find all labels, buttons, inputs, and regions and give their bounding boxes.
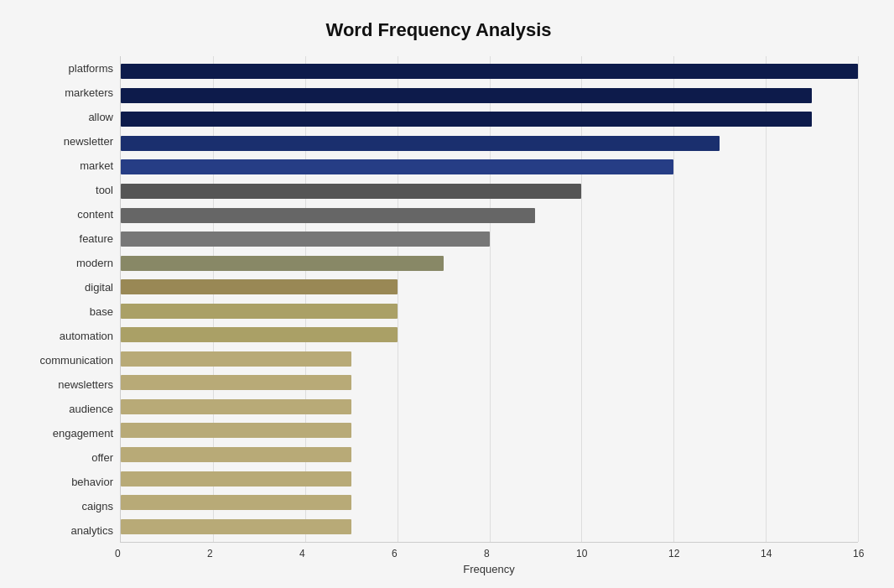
bar-row [121, 183, 858, 200]
bar [121, 423, 351, 438]
y-label: digital [19, 282, 113, 293]
bar [121, 279, 398, 294]
y-label: offer [19, 452, 113, 463]
y-label: engagement [19, 428, 113, 439]
x-tick-label: 4 [299, 548, 305, 559]
bar-row [121, 135, 858, 152]
x-tick-label: 12 [668, 548, 679, 559]
chart-title: Word Frequency Analysis [19, 19, 858, 41]
bar-row [121, 63, 858, 80]
bar-row [121, 422, 858, 439]
bar [121, 399, 351, 414]
bar [121, 351, 351, 367]
x-tick-label: 8 [484, 548, 490, 559]
y-label: tool [19, 185, 113, 195]
bar-row [121, 255, 858, 272]
x-tick-label: 6 [392, 548, 398, 559]
bar [121, 184, 581, 199]
y-label: market [19, 160, 113, 171]
bar-row [121, 303, 858, 320]
bar-row [121, 518, 858, 535]
y-label: analytics [19, 525, 113, 536]
bar-row [121, 278, 858, 295]
y-label: caigns [19, 501, 113, 512]
y-label: allow [19, 112, 113, 122]
bar [121, 375, 351, 390]
bar [121, 256, 444, 271]
y-label: marketers [19, 87, 113, 98]
bar-row [121, 494, 858, 511]
bar [121, 208, 535, 223]
bar [121, 447, 351, 462]
y-label: platforms [19, 63, 113, 74]
chart-area: platformsmarketersallownewslettermarkett… [19, 56, 858, 543]
bar [121, 495, 351, 510]
x-tick-label: 2 [207, 548, 213, 559]
x-tick-label: 14 [761, 548, 772, 559]
y-label: newsletters [19, 379, 113, 390]
bar [121, 159, 673, 174]
x-axis-title: Frequency [120, 563, 858, 575]
bar-row [121, 326, 858, 343]
bars-area [120, 56, 858, 543]
bar-row [121, 446, 858, 463]
y-label: content [19, 209, 113, 220]
y-label: base [19, 306, 113, 317]
y-label: newsletter [19, 136, 113, 147]
bar-row [121, 471, 858, 487]
bar [121, 112, 812, 127]
bar [121, 327, 398, 342]
grid-line [858, 56, 859, 542]
bar-row [121, 398, 858, 415]
bar [121, 471, 351, 487]
bar [121, 136, 720, 151]
bar [121, 519, 351, 534]
y-label: communication [19, 355, 113, 366]
y-labels: platformsmarketersallownewslettermarkett… [19, 56, 120, 543]
bar-row [121, 207, 858, 224]
bar-row [121, 351, 858, 367]
bar-row [121, 87, 858, 104]
bar [121, 88, 812, 103]
bar [121, 232, 490, 247]
bar-row [121, 374, 858, 391]
y-label: feature [19, 233, 113, 244]
y-label: audience [19, 403, 113, 414]
x-tick-label: 0 [115, 548, 121, 559]
bar [121, 304, 398, 319]
y-label: automation [19, 330, 113, 341]
bar-row [121, 159, 858, 175]
chart-container: Word Frequency Analysis platformsmarkete… [3, 3, 891, 585]
bar [121, 64, 858, 79]
y-label: modern [19, 258, 113, 268]
bar-row [121, 111, 858, 127]
x-tick-label: 16 [853, 548, 864, 559]
bar-row [121, 231, 858, 247]
y-label: behavior [19, 476, 113, 487]
x-tick-label: 10 [576, 548, 587, 559]
